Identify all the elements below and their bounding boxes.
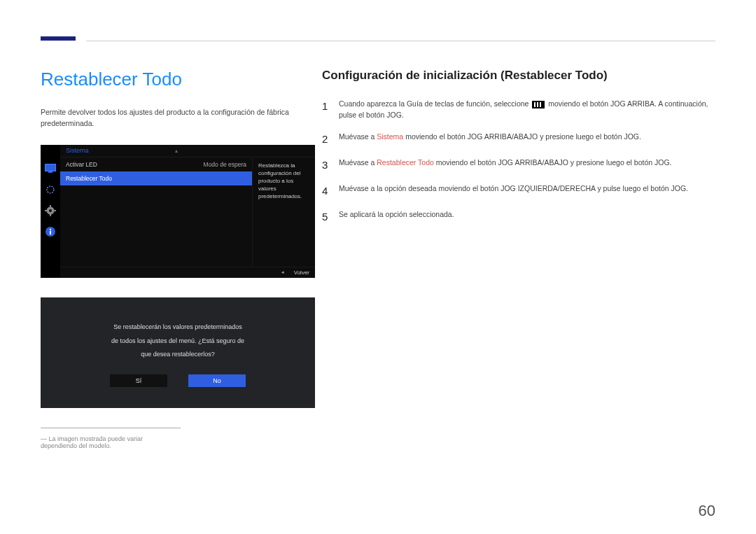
svg-rect-7: [45, 210, 47, 211]
step-4: 4 Muévase a la opción deseada moviendo e…: [322, 183, 720, 199]
menu-row-label: Activar LED: [66, 161, 97, 168]
footnote-divider: La imagen mostrada puede variar dependie…: [41, 428, 181, 449]
step-2-highlight: Sistema: [377, 132, 403, 141]
step-text: Muévase a Sistema moviendo el botón JOG …: [339, 131, 720, 147]
gear-dashed-icon: [45, 184, 56, 195]
svg-point-4: [49, 209, 52, 212]
svg-rect-8: [54, 210, 56, 211]
menu-row-restablecer-todo[interactable]: Restablecer Todo: [60, 171, 252, 185]
yes-button[interactable]: Sí: [110, 374, 167, 387]
menu-row-activar-led[interactable]: Activar LED Modo de espera: [60, 157, 252, 171]
up-arrow-icon: ▴: [175, 148, 178, 154]
info-icon: [45, 226, 56, 237]
step-3-highlight: Restablecer Todo: [377, 158, 434, 167]
section-heading: Configuración de inicialización (Restabl…: [322, 69, 720, 83]
step-3-post: moviendo el botón JOG ARRIBA/ABAJO y pre…: [434, 158, 672, 167]
step-2-pre: Muévase a: [339, 132, 377, 141]
monitor-icon: [45, 163, 56, 174]
osd-main: Sistema ▴ Activar LED Modo de espera Res…: [60, 145, 315, 278]
dialog-line-3: que desea restablecerlos?: [111, 348, 244, 362]
footnote-text: La imagen mostrada puede variar dependie…: [41, 435, 181, 449]
osd-description: Restablezca la configuración del product…: [252, 157, 315, 267]
step-3-pre: Muévase a: [339, 158, 377, 167]
header-divider: [86, 41, 715, 41]
osd-sidebar: [41, 145, 60, 278]
step-text: Cuando aparezca la Guía de teclas de fun…: [339, 98, 720, 121]
step-number: 3: [322, 157, 339, 173]
svg-rect-5: [50, 205, 51, 207]
right-column: Configuración de inicialización (Restabl…: [322, 69, 720, 235]
osd-section-title-row: Sistema ▴: [60, 145, 315, 157]
dialog-buttons: Sí No: [110, 374, 246, 387]
menu-button-icon: [532, 101, 545, 108]
back-arrow-icon: ◂: [281, 269, 284, 275]
step-text: Se aplicará la opción seleccionada.: [339, 209, 720, 225]
osd-rows: Activar LED Modo de espera Restablecer T…: [60, 157, 252, 267]
menu-row-label: Restablecer Todo: [66, 175, 112, 182]
step-number: 1: [322, 98, 339, 121]
page-title: Restablecer Todo: [41, 69, 315, 90]
dialog-line-2: de todos los ajustes del menú. ¿Está seg…: [111, 335, 244, 349]
osd-footer: ◂ Volver: [60, 267, 315, 278]
osd-system-menu: Sistema ▴ Activar LED Modo de espera Res…: [41, 145, 315, 278]
left-column: Restablecer Todo Permite devolver todos …: [41, 69, 315, 449]
step-2-post: moviendo el botón JOG ARRIBA/ABAJO y pre…: [403, 132, 641, 141]
dialog-line-1: Se restablecerán los valores predetermin…: [111, 321, 244, 335]
svg-rect-10: [50, 229, 51, 230]
osd-content: Activar LED Modo de espera Restablecer T…: [60, 157, 315, 267]
osd-footer-label[interactable]: Volver: [294, 269, 309, 276]
step-number: 2: [322, 131, 339, 147]
dialog-message: Se restablecerán los valores predetermin…: [111, 321, 244, 362]
step-number: 5: [322, 209, 339, 225]
page-number: 60: [699, 502, 715, 520]
osd-section-title: Sistema: [66, 147, 89, 154]
step-5: 5 Se aplicará la opción seleccionada.: [322, 209, 720, 225]
menu-row-value: Modo de espera: [204, 161, 246, 168]
step-text: Muévase a la opción deseada moviendo el …: [339, 183, 720, 199]
osd-confirm-dialog: Se restablecerán los valores predetermin…: [41, 297, 315, 408]
step-1: 1 Cuando aparezca la Guía de teclas de f…: [322, 98, 720, 121]
header-accent-bar: [41, 36, 76, 41]
svg-rect-11: [50, 231, 51, 234]
gear-icon: [45, 205, 56, 216]
step-number: 4: [322, 183, 339, 199]
no-button[interactable]: No: [188, 374, 246, 387]
svg-rect-1: [48, 171, 52, 173]
step-text: Muévase a Restablecer Todo moviendo el b…: [339, 157, 720, 173]
svg-rect-0: [46, 164, 56, 171]
step-2: 2 Muévase a Sistema moviendo el botón JO…: [322, 131, 720, 147]
svg-point-2: [47, 186, 54, 193]
intro-text: Permite devolver todos los ajustes del p…: [41, 107, 315, 129]
step-3: 3 Muévase a Restablecer Todo moviendo el…: [322, 157, 720, 173]
step-1-pre: Cuando aparezca la Guía de teclas de fun…: [339, 99, 531, 108]
svg-rect-6: [50, 214, 51, 216]
